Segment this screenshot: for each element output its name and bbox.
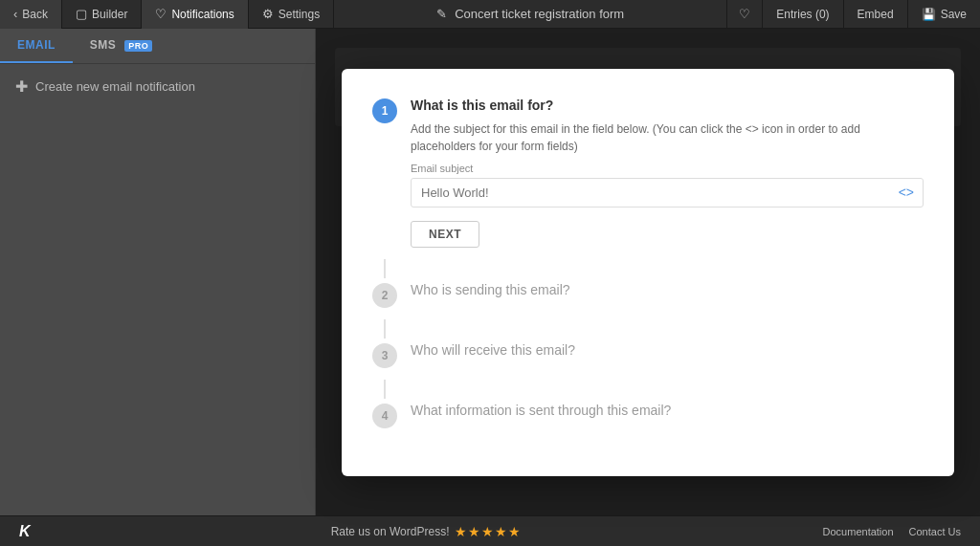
- embed-label: Embed: [858, 8, 894, 21]
- star-rating[interactable]: ★★★★★: [455, 524, 522, 539]
- right-panel: You currently do not have any emails con…: [316, 29, 980, 515]
- edit-icon: ✎: [436, 7, 447, 21]
- step-2-indicator: 2: [372, 283, 397, 308]
- entries-button[interactable]: Entries (0): [762, 0, 842, 29]
- step-3-content: Who will receive this email?: [411, 342, 924, 368]
- documentation-link[interactable]: Documentation: [823, 526, 894, 537]
- alert-icon: ♡: [739, 7, 750, 21]
- next-button[interactable]: NEXT: [411, 221, 479, 248]
- connector-2-3: [384, 319, 386, 339]
- plus-icon: ✚: [15, 77, 28, 96]
- builder-icon: ▢: [76, 7, 87, 21]
- step-2-content: Who is sending this email?: [411, 282, 924, 308]
- rate-text: Rate us on WordPress!: [331, 525, 450, 538]
- pro-badge: PRO: [124, 40, 152, 52]
- save-label: Save: [941, 8, 967, 21]
- back-icon: ‹: [13, 7, 17, 21]
- step-4-content: What information is sent through this em…: [411, 403, 924, 428]
- step-3-indicator: 3: [372, 343, 397, 368]
- footer-center: Rate us on WordPress! ★★★★★: [331, 524, 523, 539]
- tab-sms[interactable]: SMS PRO: [73, 29, 169, 63]
- subject-input-wrap: <>: [411, 178, 924, 207]
- step-1-desc: Add the subject for this email in the fi…: [411, 120, 924, 155]
- entries-label: Entries (0): [776, 8, 829, 21]
- gear-icon: ⚙: [262, 7, 274, 21]
- step-1-indicator: 1: [372, 98, 397, 123]
- alert-button[interactable]: ♡: [726, 0, 762, 29]
- step-4: 4 What information is sent through this …: [372, 403, 924, 428]
- connector-1-2: [384, 259, 386, 278]
- step-3: 3 Who will receive this email?: [372, 342, 924, 368]
- form-title: Concert ticket registration form: [455, 7, 624, 21]
- footer-links: Documentation Contact Us: [823, 526, 961, 537]
- back-button[interactable]: ‹ Back: [0, 0, 62, 29]
- save-button[interactable]: 💾 Save: [907, 0, 980, 29]
- tab-email[interactable]: EMAIL: [0, 29, 73, 63]
- create-email-label: Create new email notification: [35, 79, 195, 94]
- step-4-title: What information is sent through this em…: [411, 403, 924, 418]
- tab-bar: EMAIL SMS PRO: [0, 29, 315, 64]
- topbar: ‹ Back ▢ Builder ♡ Notifications ⚙ Setti…: [0, 0, 980, 29]
- builder-label: Builder: [92, 8, 127, 21]
- main-layout: EMAIL SMS PRO ✚ Create new email notific…: [0, 29, 980, 515]
- footer: K Rate us on WordPress! ★★★★★ Documentat…: [0, 515, 980, 546]
- step-1: 1 What is this email for? Add the subjec…: [372, 98, 924, 248]
- email-subject-input[interactable]: [411, 178, 924, 207]
- step-2: 2 Who is sending this email?: [372, 282, 924, 308]
- footer-brand: K: [19, 523, 31, 540]
- topbar-center: ✎ Concert ticket registration form: [334, 7, 726, 21]
- builder-button[interactable]: ▢ Builder: [62, 0, 142, 29]
- step-1-title: What is this email for?: [411, 98, 924, 113]
- contact-link[interactable]: Contact Us: [909, 526, 961, 537]
- settings-button[interactable]: ⚙ Settings: [249, 0, 334, 29]
- notifications-button[interactable]: ♡ Notifications: [142, 0, 248, 29]
- topbar-left: ‹ Back ▢ Builder ♡ Notifications ⚙ Setti…: [0, 0, 334, 29]
- connector-3-4: [384, 380, 386, 399]
- step-3-title: Who will receive this email?: [411, 342, 924, 358]
- step-1-label: Email subject: [411, 163, 924, 174]
- step-4-indicator: 4: [372, 404, 397, 428]
- embed-button[interactable]: Embed: [843, 0, 907, 29]
- bell-icon: ♡: [155, 7, 167, 21]
- settings-label: Settings: [278, 8, 320, 21]
- modal-overlay: 1 What is this email for? Add the subjec…: [316, 29, 980, 515]
- modal: 1 What is this email for? Add the subjec…: [342, 69, 954, 476]
- k-logo: K: [19, 523, 31, 540]
- placeholder-icon[interactable]: <>: [899, 185, 914, 200]
- step-1-content: What is this email for? Add the subject …: [411, 98, 924, 248]
- step-2-title: Who is sending this email?: [411, 282, 924, 297]
- left-panel: EMAIL SMS PRO ✚ Create new email notific…: [0, 29, 316, 515]
- notifications-label: Notifications: [171, 8, 234, 21]
- back-label: Back: [22, 8, 48, 21]
- save-icon: 💾: [922, 8, 936, 21]
- create-email-button[interactable]: ✚ Create new email notification: [0, 64, 315, 109]
- topbar-right: ♡ Entries (0) Embed 💾 Save: [726, 0, 980, 29]
